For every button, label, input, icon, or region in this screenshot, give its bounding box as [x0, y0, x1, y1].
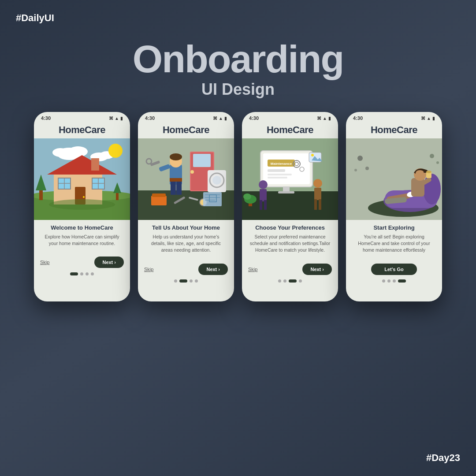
lets-go-btn[interactable]: Let's Go [371, 264, 417, 275]
screen-desc-1: Explore how HomeCare can simplify your h… [41, 234, 123, 247]
svg-point-3 [52, 148, 68, 157]
svg-point-71 [313, 179, 322, 188]
day-tag: #Day23 [426, 452, 460, 464]
phone-content-1: Welcome to HomeCare Explore how HomeCare… [34, 220, 130, 254]
dot-4-2 [387, 279, 390, 283]
status-bar-2: 4:30 ⌘ ▲ ▮ [138, 112, 234, 123]
svg-point-2 [68, 146, 88, 157]
svg-rect-54 [242, 191, 338, 220]
skip-btn-1[interactable]: Skip [40, 260, 49, 265]
signal-icon-3: ▲ [323, 116, 327, 121]
phone-content-2: Tell Us About Your Home Help us understa… [138, 220, 234, 261]
dot-1-2 [80, 272, 83, 275]
illustration-2 [138, 138, 234, 220]
svg-rect-73 [314, 199, 317, 210]
svg-rect-70 [264, 200, 267, 210]
wifi-icon-3: ⌘ [317, 116, 321, 121]
svg-rect-35 [171, 182, 176, 195]
phones-container: 4:30 ⌘ ▲ ▮ HomeCare [0, 112, 476, 301]
svg-rect-89 [411, 178, 424, 197]
screen-title-1: Welcome to HomeCare [41, 224, 123, 231]
svg-point-85 [423, 174, 441, 205]
svg-rect-56 [263, 153, 310, 184]
svg-point-24 [49, 199, 115, 210]
subtitle: UI Design [0, 80, 476, 99]
status-bar-1: 4:30 ⌘ ▲ ▮ [34, 112, 130, 123]
svg-point-97 [430, 154, 434, 158]
app-title-4: HomeCare [346, 123, 442, 138]
screen-title-3: Choose Your Preferences [249, 224, 331, 231]
skip-btn-3[interactable]: Skip [248, 267, 257, 272]
dot-2-1 [174, 279, 177, 283]
svg-point-6 [108, 144, 123, 158]
svg-point-94 [357, 156, 363, 161]
battery-icon-4: ▮ [432, 116, 435, 121]
dots-2 [138, 279, 234, 287]
dot-2-3 [190, 279, 193, 283]
screen-desc-3: Select your preferred maintenance schedu… [249, 234, 331, 254]
illustration-1 [34, 138, 130, 220]
dot-1-1 [70, 272, 78, 275]
status-icons-3: ⌘ ▲ ▮ [317, 116, 331, 121]
skip-btn-2[interactable]: Skip [144, 267, 153, 272]
svg-point-93 [426, 171, 431, 173]
svg-rect-41 [152, 193, 166, 197]
screen-desc-2: Help us understand your home's details, … [145, 234, 227, 254]
svg-rect-69 [260, 200, 262, 210]
next-btn-1[interactable]: Next › [94, 257, 124, 268]
app-title-3: HomeCare [242, 123, 338, 138]
screen-title-4: Start Exploring [353, 224, 435, 231]
svg-point-77 [243, 193, 251, 200]
screen-title-2: Tell Us About Your Home [145, 224, 227, 231]
svg-point-96 [354, 169, 357, 171]
header: Onboarding UI Design [0, 0, 476, 99]
next-btn-3[interactable]: Next › [302, 264, 332, 275]
svg-rect-11 [91, 158, 99, 171]
dots-1 [34, 272, 130, 280]
svg-rect-59 [268, 169, 285, 172]
svg-text:Maintenance: Maintenance [271, 162, 292, 166]
time-1: 4:30 [41, 115, 51, 121]
svg-rect-66 [278, 191, 294, 193]
svg-point-67 [259, 180, 268, 189]
dot-4-3 [393, 279, 396, 283]
wifi-icon-4: ⌘ [421, 116, 425, 121]
phone-1: 4:30 ⌘ ▲ ▮ HomeCare [34, 112, 130, 301]
phone-3: 4:30 ⌘ ▲ ▮ HomeCare Maintenance [242, 112, 338, 301]
phone-bottom-2: Skip Next › [138, 261, 234, 279]
signal-icon-4: ▲ [427, 116, 431, 121]
battery-icon-1: ▮ [120, 116, 123, 121]
dot-3-2 [283, 279, 286, 283]
status-icons-1: ⌘ ▲ ▮ [109, 116, 123, 121]
battery-icon-2: ▮ [224, 116, 227, 121]
svg-point-52 [212, 176, 221, 185]
svg-rect-72 [314, 188, 321, 200]
svg-point-98 [436, 161, 439, 164]
svg-rect-34 [170, 178, 182, 182]
wifi-icon-2: ⌘ [213, 116, 217, 121]
phone-bottom-4[interactable]: Let's Go [346, 261, 442, 279]
signal-icon-2: ▲ [219, 116, 223, 121]
wifi-icon-1: ⌘ [109, 116, 113, 121]
dot-2-2 [179, 279, 187, 283]
svg-rect-60 [268, 174, 292, 175]
screen-desc-4: You're all set! Begin exploring HomeCare… [353, 234, 435, 254]
phone-2: 4:30 ⌘ ▲ ▮ HomeCare [138, 112, 234, 301]
svg-rect-61 [268, 177, 287, 178]
dot-3-3 [289, 279, 297, 283]
svg-point-95 [365, 167, 369, 170]
svg-rect-68 [260, 189, 267, 201]
phone-bottom-1: Skip Next › [34, 254, 130, 272]
time-3: 4:30 [249, 115, 259, 121]
battery-icon-3: ▮ [328, 116, 331, 121]
svg-rect-74 [319, 199, 321, 210]
daily-ui-tag: #DailyUI [16, 12, 54, 24]
svg-rect-40 [151, 196, 167, 205]
dot-4-4 [398, 279, 406, 283]
main-title: Onboarding [0, 40, 476, 78]
svg-rect-20 [39, 190, 43, 200]
next-btn-2[interactable]: Next › [198, 264, 228, 275]
signal-icon-1: ▲ [115, 116, 119, 121]
status-icons-4: ⌘ ▲ ▮ [421, 116, 435, 121]
dot-1-4 [91, 272, 94, 275]
